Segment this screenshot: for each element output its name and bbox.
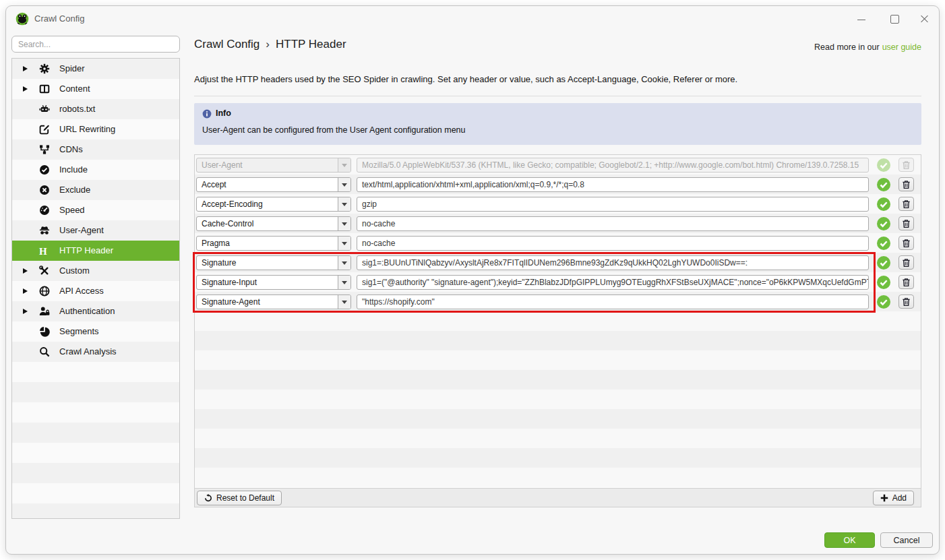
- header-row: Cache-Control no-cache: [195, 214, 921, 233]
- header-name-select[interactable]: Accept: [196, 177, 351, 192]
- enabled-check-icon[interactable]: [877, 197, 890, 211]
- trash-icon: [902, 297, 911, 307]
- sidebar-item-custom[interactable]: Custom: [12, 261, 179, 281]
- expand-arrow-icon[interactable]: [23, 288, 28, 294]
- chevron-down-icon[interactable]: [338, 197, 350, 211]
- delete-row-button[interactable]: [898, 275, 914, 289]
- plus-icon: [880, 494, 888, 502]
- trash-icon: [902, 160, 911, 170]
- search-input[interactable]: [11, 36, 180, 53]
- cancel-button[interactable]: Cancel: [880, 532, 933, 548]
- info-title: Info: [216, 108, 231, 118]
- enabled-check-icon[interactable]: [877, 295, 890, 309]
- delete-row-button[interactable]: [898, 216, 914, 230]
- header-name-value: Accept-Encoding: [202, 197, 263, 211]
- sidebar-stripe: [12, 382, 179, 402]
- info-icon: [202, 109, 212, 119]
- add-header-button[interactable]: Add: [873, 491, 914, 505]
- enabled-check-icon[interactable]: [877, 237, 890, 250]
- header-name-select[interactable]: Signature-Agent: [196, 294, 351, 309]
- sidebar-item-http-header[interactable]: H HTTP Header: [12, 241, 179, 261]
- expand-arrow-icon[interactable]: [23, 309, 28, 314]
- chevron-down-icon[interactable]: [338, 237, 350, 250]
- header-value-input[interactable]: sig1=("@authority" "signature-agent");ke…: [357, 275, 869, 290]
- maximize-button[interactable]: [890, 14, 899, 24]
- expand-arrow-icon[interactable]: [23, 86, 28, 92]
- empty-row-stripe: [195, 390, 921, 409]
- sidebar-item-user-agent[interactable]: User-Agent: [12, 220, 179, 241]
- sidebar-item-content[interactable]: Content: [12, 79, 179, 99]
- sidebar-item-exclude[interactable]: Exclude: [12, 180, 179, 200]
- header-value-input[interactable]: "https://shopify.com": [357, 294, 869, 309]
- chevron-down-icon[interactable]: [338, 178, 350, 191]
- sidebar-stripe: robots.txt: [12, 99, 179, 119]
- expand-arrow-icon[interactable]: [23, 268, 28, 274]
- read-more-text: Read more in ouruser guide: [814, 42, 921, 52]
- delete-row-button[interactable]: [898, 236, 914, 250]
- close-button[interactable]: [919, 14, 929, 24]
- sidebar-item-authentication[interactable]: Authentication: [12, 301, 179, 321]
- reset-to-default-button[interactable]: Reset to Default: [197, 491, 282, 505]
- sidebar-item-include[interactable]: Include: [12, 160, 179, 180]
- sidebar-stripe: URL Rewriting: [12, 119, 179, 139]
- enabled-check-icon[interactable]: [877, 256, 890, 270]
- ok-button[interactable]: OK: [824, 532, 875, 548]
- header-value-input[interactable]: no-cache: [357, 216, 869, 231]
- sidebar-item-speed[interactable]: Speed: [12, 200, 179, 220]
- minimize-button[interactable]: [857, 14, 866, 24]
- enabled-check-icon[interactable]: [877, 178, 890, 191]
- header-name-select[interactable]: Cache-Control: [196, 216, 351, 231]
- delete-row-button[interactable]: [898, 294, 914, 309]
- sidebar-item-segments[interactable]: Segments: [12, 321, 179, 342]
- delete-row-button[interactable]: [898, 177, 914, 191]
- sidebar-stripe: [12, 423, 179, 443]
- chevron-down-icon[interactable]: [338, 256, 350, 270]
- sidebar-stripe: Segments: [12, 321, 179, 342]
- header-row: Signature sig1=:BUUnUTiNlQabzyv/AxysltAj…: [195, 253, 921, 272]
- read-more-label: Read more in our: [814, 42, 880, 52]
- info-text: User-Agent can be configured from the Us…: [202, 125, 466, 135]
- chevron-down-icon[interactable]: [338, 295, 350, 309]
- header-name-value: Signature: [202, 256, 236, 270]
- breadcrumb-root[interactable]: Crawl Config: [194, 38, 260, 51]
- titlebar: Crawl Config: [6, 6, 939, 33]
- sidebar-stripe: [12, 503, 179, 519]
- delete-row-button[interactable]: [898, 255, 914, 270]
- delete-row-button[interactable]: [898, 197, 914, 211]
- trash-icon: [902, 180, 911, 189]
- header-name-select[interactable]: Accept-Encoding: [196, 197, 351, 212]
- sidebar-item-spider[interactable]: Spider: [12, 59, 179, 79]
- trash-icon: [902, 258, 911, 268]
- header-row: Accept text/html,application/xhtml+xml,a…: [195, 175, 921, 194]
- header-name-select[interactable]: Signature-Input: [196, 275, 351, 290]
- enabled-check-icon[interactable]: [877, 217, 890, 230]
- trash-icon: [902, 219, 911, 228]
- enabled-check-icon[interactable]: [877, 276, 890, 289]
- incognito-icon: [39, 225, 50, 236]
- window-title: Crawl Config: [34, 6, 84, 32]
- sidebar-item-robots-txt[interactable]: robots.txt: [12, 99, 179, 119]
- user-guide-link[interactable]: user guide: [882, 42, 921, 52]
- sidebar-item-url-rewriting[interactable]: URL Rewriting: [12, 119, 179, 139]
- sidebar-item-crawl-analysis[interactable]: Crawl Analysis: [12, 342, 179, 362]
- header-value-input[interactable]: no-cache: [357, 236, 869, 251]
- header-row: Signature-Agent "https://shopify.com": [195, 292, 921, 311]
- sidebar-item-api-access[interactable]: API Access: [12, 281, 179, 301]
- chevron-down-icon[interactable]: [338, 217, 350, 230]
- gear-icon: [39, 63, 50, 74]
- expand-arrow-icon[interactable]: [23, 66, 28, 71]
- sidebar-item-cdns[interactable]: CDNs: [12, 139, 179, 160]
- empty-row-stripe: [195, 409, 921, 429]
- sidebar-item-label: Include: [59, 160, 88, 180]
- header-name-select[interactable]: Pragma: [196, 236, 351, 251]
- tools-icon: [39, 266, 50, 276]
- empty-row-stripe: [195, 331, 921, 350]
- header-name-select[interactable]: Signature: [196, 255, 351, 270]
- header-value-input: Mozilla/5.0 AppleWebKit/537.36 (KHTML, l…: [357, 158, 869, 173]
- header-value-input[interactable]: text/html,application/xhtml+xml,applicat…: [357, 177, 869, 192]
- chevron-down-icon[interactable]: [338, 276, 350, 289]
- sidebar-item-label: User-Agent: [59, 220, 104, 241]
- header-value-input[interactable]: sig1=:BUUnUTiNlQabzyv/AxysltAjRe8x7FITql…: [357, 255, 869, 270]
- header-value-input[interactable]: gzip: [357, 197, 869, 212]
- info-box: Info User-Agent can be configured from t…: [194, 103, 921, 145]
